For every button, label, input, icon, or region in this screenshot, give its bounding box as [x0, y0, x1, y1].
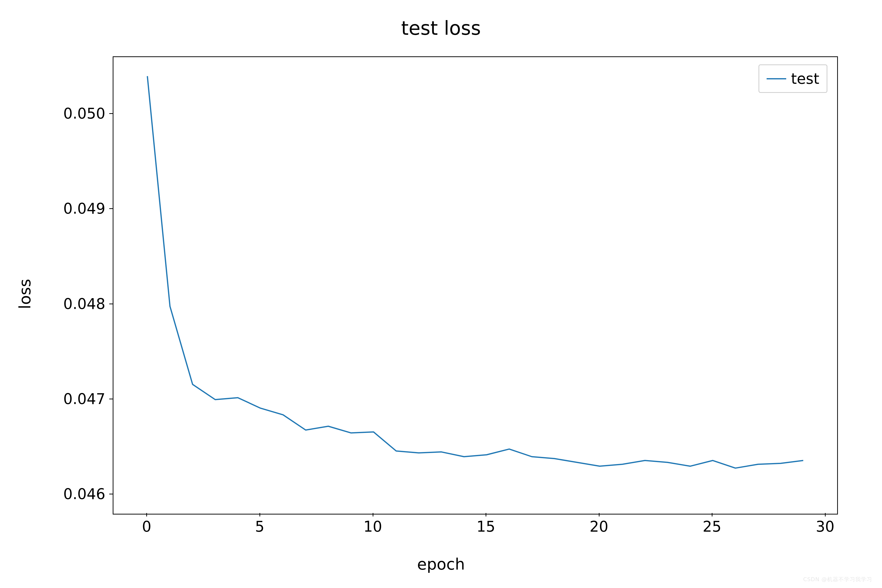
y-tick-label: 0.047 — [51, 390, 105, 407]
x-tick-mark — [825, 513, 826, 516]
x-tick-label: 30 — [816, 518, 834, 535]
x-tick-mark — [260, 513, 260, 516]
y-tick-label: 0.046 — [51, 485, 105, 502]
y-tick-mark — [109, 113, 113, 114]
y-tick-mark — [109, 494, 113, 494]
plot-area: test — [113, 56, 838, 514]
chart-figure: test loss loss epoch test CSDN @机器不学习我学习… — [0, 0, 882, 588]
y-axis-label: loss — [16, 279, 34, 309]
x-tick-mark — [712, 513, 712, 516]
x-tick-mark — [486, 513, 486, 516]
x-tick-label: 15 — [477, 518, 495, 535]
y-tick-label: 0.048 — [51, 295, 105, 312]
x-tick-label: 25 — [703, 518, 721, 535]
x-axis-label: epoch — [0, 555, 882, 573]
x-tick-label: 10 — [363, 518, 382, 535]
y-tick-mark — [109, 208, 113, 209]
x-tick-label: 0 — [142, 518, 151, 535]
watermark: CSDN @机器不学习我学习 — [803, 576, 872, 583]
y-tick-label: 0.050 — [51, 105, 105, 122]
y-tick-mark — [109, 399, 113, 399]
x-tick-label: 20 — [590, 518, 608, 535]
legend: test — [759, 64, 827, 93]
x-tick-label: 5 — [255, 518, 264, 535]
x-tick-mark — [146, 513, 147, 516]
line-series — [113, 57, 837, 514]
x-tick-mark — [373, 513, 374, 516]
series-line-test — [147, 76, 803, 468]
legend-line-sample — [766, 78, 786, 80]
y-tick-mark — [109, 303, 113, 304]
x-tick-mark — [599, 513, 600, 516]
legend-entry-test: test — [791, 70, 819, 87]
chart-title: test loss — [0, 17, 882, 39]
y-tick-label: 0.049 — [51, 200, 105, 217]
